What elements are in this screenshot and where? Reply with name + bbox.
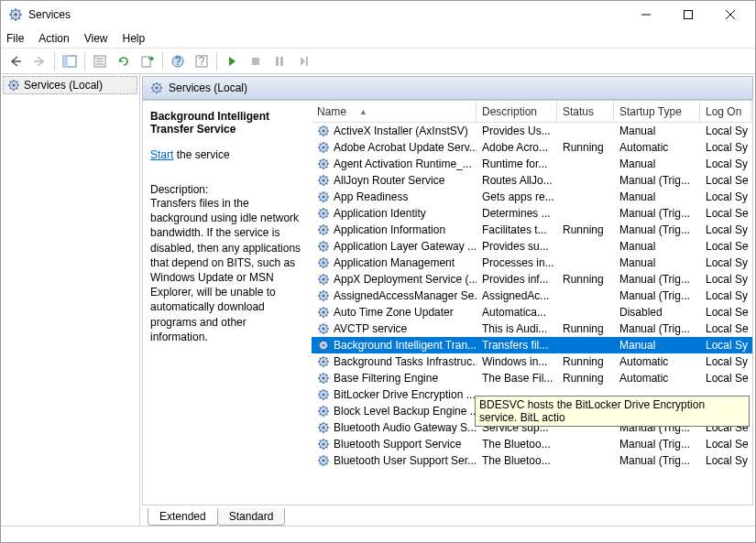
svg-rect-27 <box>252 58 259 65</box>
svg-rect-29 <box>280 57 283 66</box>
cell-startup: Manual (Trig... <box>614 289 700 302</box>
cell-startup: Automatic <box>614 372 700 385</box>
table-row[interactable]: App ReadinessGets apps re...ManualLocal … <box>312 189 752 205</box>
cell-desc: Routes AllJo... <box>477 174 557 187</box>
cell-logon: Local Se <box>700 174 751 187</box>
cell-logon: Local Sy <box>700 355 751 368</box>
cell-startup: Manual (Trig... <box>614 174 700 187</box>
gear-icon <box>317 223 330 236</box>
cell-startup: Manual (Trig... <box>614 322 700 335</box>
cell-startup: Manual (Trig... <box>614 223 700 236</box>
col-description[interactable]: Description <box>477 101 557 122</box>
menu-action[interactable]: Action <box>38 32 69 45</box>
cell-startup: Manual <box>614 339 700 352</box>
cell-name: Agent Activation Runtime_... <box>334 157 472 170</box>
menu-view[interactable]: View <box>84 32 108 45</box>
table-row[interactable]: Application ManagementProcesses in...Man… <box>312 255 752 271</box>
maximize-button[interactable] <box>667 1 709 28</box>
cell-desc: Determines ... <box>477 207 557 220</box>
window-title: Services <box>28 8 625 21</box>
cell-name: Application Information <box>334 223 445 236</box>
titlebar: Services <box>1 1 755 28</box>
col-logon[interactable]: Log On <box>700 101 751 122</box>
table-row[interactable]: ActiveX Installer (AxInstSV)Provides Us.… <box>312 123 752 139</box>
table-row[interactable]: Application IdentityDetermines ...Manual… <box>312 205 752 222</box>
tab-standard[interactable]: Standard <box>217 508 286 526</box>
restart-service-button[interactable] <box>292 50 314 72</box>
stop-service-button[interactable] <box>245 50 267 72</box>
table-row[interactable]: Auto Time Zone UpdaterAutomatica...Disab… <box>312 304 752 320</box>
table-row[interactable]: Bluetooth User Support Ser...The Bluetoo… <box>312 452 752 469</box>
col-status[interactable]: Status <box>557 101 614 122</box>
cell-name: Application Identity <box>334 207 426 220</box>
table-row[interactable]: Application Layer Gateway ...Provides su… <box>312 238 752 255</box>
cell-desc: Provides inf... <box>477 273 557 286</box>
table-row[interactable]: AssignedAccessManager Se...AssignedAc...… <box>312 288 752 304</box>
table-row[interactable]: Adobe Acrobat Update Serv...Adobe Acro..… <box>312 139 752 156</box>
tab-extended[interactable]: Extended <box>148 508 218 526</box>
view-tabs: Extended Standard <box>140 505 755 526</box>
cell-logon: Local Sy <box>700 157 751 170</box>
gear-icon <box>317 190 330 203</box>
cell-name: AppX Deployment Service (... <box>334 273 477 286</box>
minimize-button[interactable] <box>625 1 667 28</box>
table-row[interactable]: Background Tasks Infrastruc...Windows in… <box>312 353 752 370</box>
start-service-button[interactable] <box>221 50 243 72</box>
table-row[interactable]: Background Intelligent Tran...Transfers … <box>312 337 752 353</box>
cell-logon: Local Sy <box>700 190 751 203</box>
cell-startup: Disabled <box>614 306 700 319</box>
cell-name: AVCTP service <box>334 322 407 335</box>
cell-status: Running <box>557 141 614 154</box>
cell-status: Running <box>557 273 614 286</box>
back-button[interactable] <box>5 50 27 72</box>
cell-name: BitLocker Drive Encryption ... <box>334 388 476 401</box>
gear-icon <box>317 306 330 319</box>
col-startup[interactable]: Startup Type <box>614 101 700 122</box>
panel-title: Services (Local) <box>169 81 247 94</box>
show-hide-button[interactable] <box>59 50 81 72</box>
cell-startup: Manual <box>614 190 700 203</box>
pause-service-button[interactable] <box>268 50 290 72</box>
cell-logon: Local Se <box>700 372 751 385</box>
table-row[interactable]: Bluetooth Support ServiceThe Bluetoo...M… <box>312 436 752 452</box>
cell-status: Running <box>557 223 614 236</box>
help-tool-button[interactable]: ? <box>191 50 213 72</box>
table-row[interactable]: Application InformationFacilitates t...R… <box>312 222 752 238</box>
cell-logon: Local Se <box>700 306 751 319</box>
gear-icon <box>7 79 20 92</box>
col-name[interactable]: Name▲ <box>312 101 477 122</box>
menu-help[interactable]: Help <box>123 32 146 45</box>
table-row[interactable]: Base Filtering EngineThe Base Fil...Runn… <box>312 370 752 386</box>
gear-icon <box>317 289 330 302</box>
cell-logon: Local Sy <box>700 273 751 286</box>
cell-desc: Provides Us... <box>477 125 557 137</box>
gear-icon <box>317 256 330 269</box>
cell-startup: Automatic <box>614 355 700 368</box>
tooltip: BDESVC hosts the BitLocker Drive Encrypt… <box>475 396 750 427</box>
svg-rect-28 <box>276 57 279 66</box>
gear-icon <box>317 355 330 368</box>
cell-status: Running <box>557 322 614 335</box>
start-link[interactable]: Start <box>150 148 173 161</box>
svg-text:?: ? <box>199 55 205 68</box>
table-row[interactable]: Agent Activation Runtime_...Runtime for.… <box>312 156 752 172</box>
svg-rect-17 <box>63 56 68 67</box>
cell-desc: The Bluetoo... <box>477 438 557 451</box>
tree-item-services-local[interactable]: Services (Local) <box>3 76 137 94</box>
properties-button[interactable] <box>89 50 111 72</box>
cell-logon: Local Se <box>700 322 751 335</box>
table-row[interactable]: AVCTP serviceThis is Audi...RunningManua… <box>312 320 752 337</box>
menu-file[interactable]: File <box>6 32 24 45</box>
cell-startup: Manual <box>614 157 700 170</box>
export-button[interactable] <box>137 50 159 72</box>
description-text: Transfers files in the background using … <box>150 196 302 344</box>
cell-startup: Manual (Trig... <box>614 207 700 220</box>
gear-icon <box>317 405 330 418</box>
close-button[interactable] <box>709 1 751 28</box>
help-button[interactable]: ? <box>167 50 189 72</box>
cell-name: ActiveX Installer (AxInstSV) <box>334 125 468 137</box>
table-row[interactable]: AppX Deployment Service (...Provides inf… <box>312 271 752 288</box>
forward-button[interactable] <box>28 50 50 72</box>
table-row[interactable]: AllJoyn Router ServiceRoutes AllJo...Man… <box>312 172 752 189</box>
refresh-button[interactable] <box>113 50 135 72</box>
